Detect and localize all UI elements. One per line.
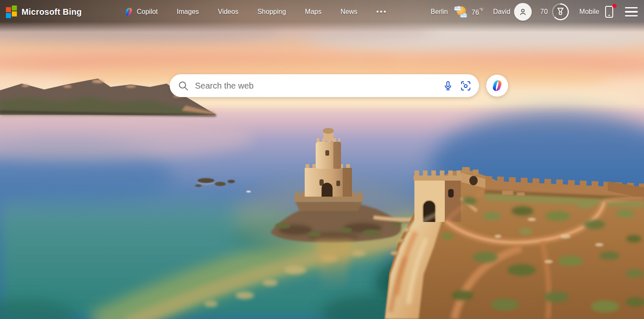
mic-button[interactable] xyxy=(441,79,455,92)
account-widget[interactable]: David xyxy=(493,3,532,21)
person-icon xyxy=(518,7,528,16)
nav-label: News xyxy=(341,8,357,16)
search-icon xyxy=(178,80,189,92)
copilot-icon xyxy=(491,79,503,92)
top-navigation-bar: Microsoft Bing Copilot Images Videos Sho… xyxy=(0,0,644,24)
weather-widget[interactable]: Berlin 76°F xyxy=(430,4,484,19)
search-input[interactable] xyxy=(194,81,438,91)
temperature-unit: °F xyxy=(479,8,484,12)
visual-search-button[interactable] xyxy=(459,79,472,92)
brand-title: Microsoft Bing xyxy=(22,7,82,17)
hamburger-menu-icon[interactable] xyxy=(624,5,639,18)
weather-temperature: 76°F xyxy=(471,8,484,16)
nav-label: Shopping xyxy=(257,8,286,16)
weather-icon xyxy=(452,4,469,19)
copilot-search-button[interactable] xyxy=(486,75,508,97)
more-ellipsis-icon: ••• xyxy=(376,8,387,16)
notification-dot xyxy=(612,4,617,8)
nav-item-news[interactable]: News xyxy=(341,8,357,16)
mobile-icon xyxy=(603,5,615,19)
weather-location: Berlin xyxy=(430,8,448,16)
topbar-right-cluster: Berlin 76°F David xyxy=(430,0,639,24)
nav-label: Copilot xyxy=(137,8,158,16)
nav-more-button[interactable]: ••• xyxy=(376,8,387,16)
mic-icon xyxy=(443,81,453,91)
rewards-points: 70 xyxy=(540,8,548,16)
primary-nav: Copilot Images Videos Shopping Maps News… xyxy=(124,0,387,24)
nav-label: Images xyxy=(177,8,199,16)
copilot-icon xyxy=(124,7,133,16)
nav-item-videos[interactable]: Videos xyxy=(218,8,238,16)
microsoft-logo-icon xyxy=(6,5,17,18)
rewards-icon xyxy=(552,3,569,21)
nav-item-images[interactable]: Images xyxy=(177,8,199,16)
visual-search-icon xyxy=(460,80,471,92)
mobile-label: Mobile xyxy=(579,8,599,16)
search-bar[interactable] xyxy=(170,74,479,97)
search-area xyxy=(170,74,508,97)
background-image xyxy=(0,0,644,319)
nav-label: Videos xyxy=(218,8,238,16)
nav-item-maps[interactable]: Maps xyxy=(305,8,322,16)
avatar[interactable] xyxy=(514,3,532,21)
nav-label: Maps xyxy=(305,8,322,16)
rewards-widget[interactable]: 70 xyxy=(540,3,569,21)
bing-logo[interactable]: Microsoft Bing xyxy=(6,5,82,18)
user-name: David xyxy=(493,8,510,16)
mobile-widget[interactable]: Mobile xyxy=(579,5,615,19)
nav-item-shopping[interactable]: Shopping xyxy=(257,8,286,16)
nav-item-copilot[interactable]: Copilot xyxy=(124,7,158,16)
